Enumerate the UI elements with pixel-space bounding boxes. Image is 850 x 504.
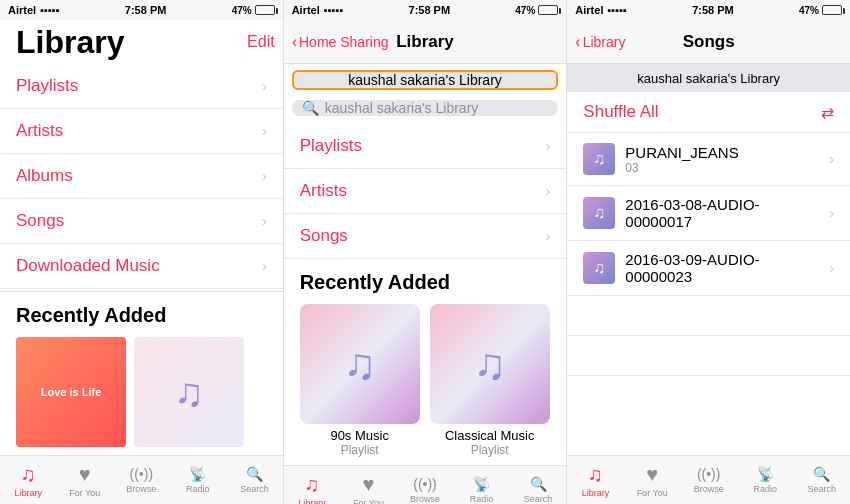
playlist-classical-sub: Playlist <box>430 443 550 457</box>
tab-radio-1[interactable]: 📡 Radio <box>170 456 227 504</box>
home-sharing-screen: Airtel ▪▪▪▪▪ 7:58 PM 47% ‹ Home Sharing … <box>284 0 568 504</box>
status-bar-3: Airtel ▪▪▪▪▪ 7:58 PM 47% <box>567 0 850 20</box>
search-tab-icon-2: 🔍 <box>530 476 547 492</box>
music-note-classical: ♫ <box>473 339 506 389</box>
menu-item-playlists[interactable]: Playlists › <box>0 64 283 109</box>
song-chevron-1: › <box>829 205 834 221</box>
radio-tab-icon: 📡 <box>189 466 206 482</box>
playlist-90s[interactable]: ♫ 90s Music Playlist <box>300 304 420 457</box>
library-tab-label: Library <box>15 488 43 498</box>
chevron-hs-songs: › <box>546 228 551 244</box>
chevron-songs: › <box>262 213 267 229</box>
song-note-1: ♫ <box>593 204 605 222</box>
tab-foryou-1[interactable]: ♥ For You <box>57 456 114 504</box>
album-thumb-note[interactable]: ♫ <box>134 337 244 447</box>
music-note-icon-1: ♫ <box>174 370 204 415</box>
search-tab-icon-3: 🔍 <box>813 466 830 482</box>
tab-radio-2[interactable]: 📡 Radio <box>453 466 510 504</box>
radio-tab-label-3: Radio <box>753 484 777 494</box>
hs-menu-artists[interactable]: Artists › <box>284 169 567 214</box>
chevron-albums: › <box>262 168 267 184</box>
playlist-90s-title: 90s Music <box>300 428 420 443</box>
recently-added-title: Recently Added <box>16 304 267 327</box>
hs-menu-songs[interactable]: Songs › <box>284 214 567 259</box>
tab-browse-1[interactable]: ((•)) Browse <box>113 456 170 504</box>
foryou-tab-icon-2: ♥ <box>363 473 375 496</box>
songs-library-label: kaushal sakaria's Library <box>567 64 850 92</box>
back-chevron-2: ‹ <box>292 33 297 51</box>
menu-item-downloaded[interactable]: Downloaded Music › <box>0 244 283 289</box>
carrier-3: Airtel <box>575 4 603 16</box>
foryou-tab-label: For You <box>69 488 100 498</box>
battery-icon-1 <box>255 5 275 15</box>
songs-library-text: kaushal sakaria's Library <box>637 71 780 86</box>
tab-foryou-3[interactable]: ♥ For You <box>624 456 681 504</box>
library-screen: Airtel ▪▪▪▪▪ 7:58 PM 47% Library Edit Pl… <box>0 0 284 504</box>
battery-icon-2 <box>538 5 558 15</box>
tab-bar-1: ♫ Library ♥ For You ((•)) Browse 📡 Radio… <box>0 455 283 504</box>
menu-item-artists[interactable]: Artists › <box>0 109 283 154</box>
tab-radio-3[interactable]: 📡 Radio <box>737 456 794 504</box>
album-love-is-life[interactable]: Love is Life <box>16 337 126 447</box>
back-chevron-3: ‹ <box>575 33 580 51</box>
tab-library-1[interactable]: ♫ Library <box>0 456 57 504</box>
library-title: Library <box>16 24 124 61</box>
song-divider-1 <box>567 296 850 336</box>
nav-title-2: Library <box>396 32 454 52</box>
song-item-2[interactable]: ♫ 2016-03-09-AUDIO-00000023 › <box>567 241 850 296</box>
signal-icon-3: ▪▪▪▪▪ <box>607 4 627 16</box>
back-button-3[interactable]: ‹ Library <box>575 33 625 51</box>
shuffle-row[interactable]: Shuffle All ⇄ <box>567 92 850 133</box>
tab-library-2[interactable]: ♫ Library <box>284 466 341 504</box>
tab-browse-2[interactable]: ((•)) Browse <box>397 466 454 504</box>
hs-menu: Playlists › Artists › Songs › <box>284 124 567 259</box>
hs-recently-added: Recently Added ♫ 90s Music Playlist ♫ Cl… <box>284 259 567 465</box>
playlist-classical[interactable]: ♫ Classical Music Playlist <box>430 304 550 457</box>
search-placeholder: kaushal sakaria's Library <box>325 100 479 116</box>
shuffle-text: Shuffle All <box>583 102 658 122</box>
search-icon: 🔍 <box>302 100 319 116</box>
search-tab-icon: 🔍 <box>246 466 263 482</box>
song-icon-1: ♫ <box>583 197 615 229</box>
song-item-1[interactable]: ♫ 2016-03-08-AUDIO-00000017 › <box>567 186 850 241</box>
carrier-1: Airtel <box>8 4 36 16</box>
library-selector[interactable]: kaushal sakaria's Library <box>292 70 559 90</box>
browse-tab-icon: ((•)) <box>130 466 154 482</box>
tab-browse-3[interactable]: ((•)) Browse <box>680 456 737 504</box>
search-tab-label-2: Search <box>524 494 553 504</box>
tab-library-3[interactable]: ♫ Library <box>567 456 624 504</box>
nav-bar-2: ‹ Home Sharing Library <box>284 20 567 64</box>
chevron-playlists: › <box>262 78 267 94</box>
battery-icon-3 <box>822 5 842 15</box>
hs-menu-playlists[interactable]: Playlists › <box>284 124 567 169</box>
library-tab-icon: ♫ <box>21 463 36 486</box>
menu-item-albums[interactable]: Albums › <box>0 154 283 199</box>
browse-tab-icon-2: ((•)) <box>413 476 437 492</box>
browse-tab-label-3: Browse <box>694 484 724 494</box>
shuffle-icon: ⇄ <box>821 103 834 122</box>
tab-search-2[interactable]: 🔍 Search <box>510 466 567 504</box>
song-item-0[interactable]: ♫ PURANI_JEANS 03 › <box>567 133 850 186</box>
search-bar[interactable]: 🔍 kaushal sakaria's Library <box>292 100 559 116</box>
back-label-2: Home Sharing <box>299 34 389 50</box>
tab-search-3[interactable]: 🔍 Search <box>793 456 850 504</box>
battery-2: 47% <box>515 5 535 16</box>
edit-button[interactable]: Edit <box>247 33 275 51</box>
radio-tab-label-2: Radio <box>470 494 494 504</box>
tab-search-1[interactable]: 🔍 Search <box>226 456 283 504</box>
library-tab-label-2: Library <box>298 498 326 505</box>
playlist-classical-art: ♫ <box>430 304 550 424</box>
menu-item-songs[interactable]: Songs › <box>0 199 283 244</box>
song-chevron-2: › <box>829 260 834 276</box>
library-selector-text: kaushal sakaria's Library <box>348 72 502 88</box>
tab-foryou-2[interactable]: ♥ For You <box>340 466 397 504</box>
signal-icon: ▪▪▪▪▪ <box>40 4 60 16</box>
radio-tab-icon-3: 📡 <box>757 466 774 482</box>
playlist-90s-sub: Playlist <box>300 443 420 457</box>
song-info-1: 2016-03-08-AUDIO-00000017 <box>625 196 819 230</box>
library-tab-label-3: Library <box>582 488 610 498</box>
browse-tab-label-2: Browse <box>410 494 440 504</box>
library-tab-icon-3: ♫ <box>588 463 603 486</box>
battery-3: 47% <box>799 5 819 16</box>
back-button-2[interactable]: ‹ Home Sharing <box>292 33 389 51</box>
